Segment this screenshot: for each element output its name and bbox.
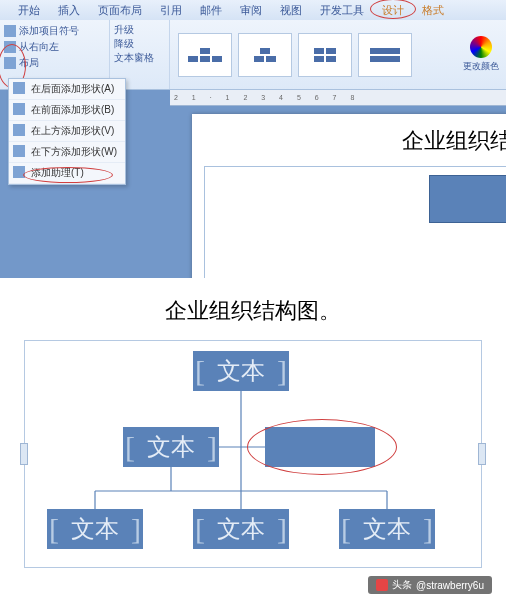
dropdown-item-assistant[interactable]: 添加助理(T) <box>9 163 125 184</box>
dropdown-item-below[interactable]: 在下方添加形状(W) <box>9 142 125 163</box>
textpane-button[interactable]: 文本窗格 <box>114 51 165 65</box>
tab-home[interactable]: 开始 <box>10 1 48 20</box>
tab-review[interactable]: 审阅 <box>232 1 270 20</box>
promote-button[interactable]: 升级 <box>114 23 165 37</box>
page-title-partial: 企业组织结 <box>204 126 506 156</box>
textpane-label: 文本窗格 <box>114 52 154 63</box>
page[interactable]: 企业组织结 文本 <box>192 114 506 278</box>
smartart-frame[interactable]: 文本 <box>204 166 506 278</box>
tab-format[interactable]: 格式 <box>414 1 452 20</box>
org-node-l1-1[interactable]: 文本 <box>123 427 219 467</box>
tab-design[interactable]: 设计 <box>374 1 412 20</box>
dropdown-label: 添加助理(T) <box>31 167 84 178</box>
change-colors-button[interactable]: 更改颜色 <box>456 20 506 89</box>
shape-icon <box>13 166 25 178</box>
watermark-prefix: 头条 <box>392 578 412 592</box>
smartart-container[interactable]: 文本 文本 文本 文本 文本 <box>24 340 482 568</box>
demote-label: 降级 <box>114 38 134 49</box>
layout-icon <box>4 57 16 69</box>
tab-insert[interactable]: 插入 <box>50 1 88 20</box>
layout-thumb-4[interactable] <box>358 33 412 77</box>
add-bullet-button[interactable]: 添加项目符号 <box>4 23 105 39</box>
tab-devtools[interactable]: 开发工具 <box>312 1 372 20</box>
dropdown-label: 在上方添加形状(V) <box>31 125 114 136</box>
rtl-label: 从右向左 <box>19 40 59 54</box>
org-node-l2-3[interactable]: 文本 <box>339 509 435 549</box>
watermark: 头条 @strawberry6u <box>368 576 492 594</box>
dropdown-label: 在后面添加形状(A) <box>31 83 114 94</box>
bottom-panel: 企业组织结构图。 文本 文本 文本 文本 文本 头条 @strawberr <box>0 278 506 594</box>
chart-title: 企业组织结构图。 <box>24 296 482 326</box>
layout-gallery[interactable]: 布局 <box>170 20 456 89</box>
dropdown-item-above[interactable]: 在上方添加形状(V) <box>9 121 125 142</box>
ribbon-tabs: 开始 插入 页面布局 引用 邮件 审阅 视图 开发工具 设计 格式 <box>0 0 506 20</box>
watermark-handle: @strawberry6u <box>416 580 484 591</box>
tab-references[interactable]: 引用 <box>152 1 190 20</box>
shape-icon <box>13 145 25 157</box>
layout-button[interactable]: 布局 <box>4 55 105 71</box>
horizontal-ruler: 2 1 · 1 2 3 4 5 6 7 8 <box>170 90 506 106</box>
tab-mail[interactable]: 邮件 <box>192 1 230 20</box>
tab-pagelayout[interactable]: 页面布局 <box>90 1 150 20</box>
dropdown-label: 在下方添加形状(W) <box>31 146 117 157</box>
shape-icon <box>13 82 25 94</box>
layout-thumb-2[interactable] <box>238 33 292 77</box>
org-chart: 文本 文本 文本 文本 文本 <box>33 351 473 551</box>
bullet-icon <box>4 25 16 37</box>
org-node-assistant[interactable] <box>265 427 375 467</box>
resize-handle-right[interactable] <box>478 443 486 465</box>
layout-thumb-3[interactable] <box>298 33 352 77</box>
rtl-button[interactable]: 从右向左 <box>4 39 105 55</box>
add-bullet-label: 添加项目符号 <box>19 24 79 38</box>
dropdown-label: 在前面添加形状(B) <box>31 104 114 115</box>
dropdown-item-after[interactable]: 在后面添加形状(A) <box>9 79 125 100</box>
smartart-node-top[interactable] <box>429 175 506 223</box>
toutiao-logo-icon <box>376 579 388 591</box>
add-shape-dropdown: 在后面添加形状(A) 在前面添加形状(B) 在上方添加形状(V) 在下方添加形状… <box>8 78 126 185</box>
shape-icon <box>13 124 25 136</box>
color-wheel-icon <box>470 36 492 58</box>
promote-label: 升级 <box>114 24 134 35</box>
change-colors-label: 更改颜色 <box>463 60 499 73</box>
dropdown-item-before[interactable]: 在前面添加形状(B) <box>9 100 125 121</box>
layout-label: 布局 <box>19 56 39 70</box>
org-node-l2-1[interactable]: 文本 <box>47 509 143 549</box>
org-node-root[interactable]: 文本 <box>193 351 289 391</box>
org-node-l2-2[interactable]: 文本 <box>193 509 289 549</box>
tab-view[interactable]: 视图 <box>272 1 310 20</box>
demote-button[interactable]: 降级 <box>114 37 165 51</box>
resize-handle-left[interactable] <box>20 443 28 465</box>
shape-icon <box>13 103 25 115</box>
rtl-icon <box>4 41 16 53</box>
layout-thumb-1[interactable] <box>178 33 232 77</box>
